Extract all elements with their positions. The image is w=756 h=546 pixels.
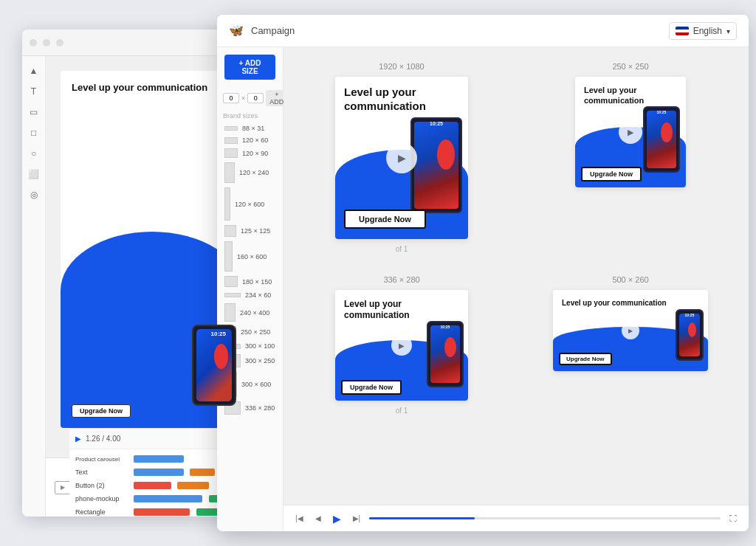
size-thumb-9	[224, 303, 236, 322]
main-editor-window: 🦋 Campaign English + ADD SIZE × + ADD Br…	[217, 15, 749, 531]
layer-name-1: Product carousel	[75, 456, 127, 463]
tl-time: 1.26 / 4.00	[86, 435, 120, 443]
ad-cell-1: 250 × 250 Level up your communication	[527, 62, 734, 253]
size-width-input[interactable]	[223, 93, 239, 103]
app-logo-icon: 🦋	[229, 24, 244, 38]
cta-btn-0[interactable]: Upgrade Now	[344, 210, 426, 229]
bg-phone-mockup: 10:25	[192, 325, 236, 406]
brand-sizes-label: Brand sizes	[217, 109, 283, 122]
layer-bar-3	[134, 482, 171, 489]
back-btn[interactable]: ◀	[312, 513, 324, 524]
bg-phone-screen	[196, 329, 232, 401]
size-item-2[interactable]: 120 × 90	[219, 146, 281, 160]
layer-name-3: Button (2)	[75, 482, 127, 489]
size-label-11: 300 × 100	[245, 342, 275, 350]
play-circle-1[interactable]: ▶	[619, 120, 642, 144]
size-height-input[interactable]	[247, 93, 264, 103]
size-item-6[interactable]: 160 × 600	[219, 239, 281, 274]
forward-btn[interactable]: ▶|	[350, 513, 364, 524]
page-indicator-0: of 1	[396, 245, 408, 253]
rss-tool-icon[interactable]: ◎	[27, 187, 41, 202]
ad-phone-2: 10:25	[427, 321, 464, 387]
ad-card-1[interactable]: Level up your communication 10:25	[575, 77, 686, 187]
layer-name-4: phone-mockup	[75, 495, 127, 502]
ad-size-label-1: 250 × 250	[612, 62, 648, 71]
ad-size-label-3: 500 × 260	[612, 275, 648, 284]
main-editor-body: + ADD SIZE × + ADD Brand sizes 88 × 31 1…	[217, 47, 749, 531]
size-item-5[interactable]: 125 × 125	[219, 223, 281, 239]
cta-btn-2[interactable]: Upgrade Now	[341, 380, 402, 395]
language-selector[interactable]: English	[669, 22, 737, 40]
timeline-scrubber[interactable]	[369, 517, 721, 519]
ad-card-0[interactable]: Level up your communication 10:25	[335, 77, 468, 239]
text-tool-icon[interactable]: T	[27, 84, 41, 99]
bg-cta-button[interactable]: Upgrade Now	[72, 404, 131, 418]
size-label-1: 120 × 60	[242, 136, 268, 144]
ad-text-2: Level up your communication	[344, 299, 468, 321]
size-label-2: 120 × 90	[242, 150, 268, 157]
layer-name-5: Rectangle	[75, 508, 127, 516]
bg-ad-headline: Level up your communication	[72, 82, 207, 94]
cta-btn-3[interactable]: Upgrade Now	[559, 353, 612, 365]
playback-bar: |◀ ◀ ▶ ▶| ⛶	[284, 505, 749, 531]
size-item-4[interactable]: 120 × 600	[219, 185, 281, 223]
play-circle-0[interactable]: ▶	[386, 142, 417, 173]
prev-frame-btn[interactable]: |◀	[292, 513, 306, 524]
size-label-14: 336 × 280	[245, 404, 275, 412]
ad-card-2[interactable]: Level up your communication 10:25	[335, 290, 468, 401]
monitor-tool-icon[interactable]: ▭	[27, 105, 41, 120]
ad-inner-0: Level up your communication 10:25	[335, 77, 468, 239]
ad-phone-3: 10:25	[676, 309, 704, 361]
phone-bg-3	[679, 314, 700, 356]
size-label-8: 234 × 60	[245, 291, 271, 299]
tl-play-btn[interactable]: ▶	[75, 435, 81, 443]
flag-icon	[676, 27, 689, 35]
cta-btn-1[interactable]: Upgrade Now	[581, 167, 642, 182]
size-separator: ×	[241, 94, 245, 102]
ad-text-1: Level up your communication	[584, 86, 686, 106]
size-thumb-6	[224, 241, 233, 272]
size-thumb-2	[224, 148, 238, 158]
bg-time: 10:25	[211, 331, 226, 337]
size-label-12: 300 × 250	[245, 357, 275, 364]
main-header: 🦋 Campaign English	[217, 15, 749, 47]
play-circle-3[interactable]: ▶	[622, 322, 639, 339]
ad-phone-screen-2	[430, 325, 460, 383]
cursor-tool-icon[interactable]: ▲	[27, 63, 41, 78]
bg-ad-preview: Level up your communication 10:25 ▶ Upgr…	[61, 71, 244, 428]
layer-bar-2b	[190, 469, 215, 476]
chevron-down-icon	[726, 26, 730, 36]
ad-phone-1: 10:25	[643, 106, 680, 173]
play-pause-btn[interactable]: ▶	[330, 511, 344, 526]
size-item-8[interactable]: 234 × 60	[219, 289, 281, 301]
phone-bg-2	[430, 325, 460, 383]
rect-tool-icon[interactable]: □	[27, 125, 41, 140]
size-label-7: 180 × 150	[242, 278, 272, 286]
phone-bg-0	[414, 122, 458, 209]
circle-tool-icon[interactable]: ○	[27, 146, 41, 161]
ad-phone-0: 10:25	[410, 117, 462, 213]
ad-size-label-2: 336 × 280	[383, 275, 419, 284]
size-item-1[interactable]: 120 × 60	[219, 134, 281, 146]
size-label-10: 250 × 250	[241, 328, 270, 336]
video-icon: ▶	[55, 481, 71, 494]
ad-card-3[interactable]: Level up your communication 10:25	[553, 290, 708, 371]
size-item-0[interactable]: 88 × 31	[219, 122, 281, 134]
ad-headline-1: Level up your communication	[584, 86, 686, 106]
size-label-9: 240 × 400	[240, 309, 269, 317]
ad-headline-3: Level up your communication	[562, 299, 667, 308]
language-label: English	[693, 26, 722, 36]
bg-red-blob	[214, 344, 228, 369]
toolbar-dot-2	[43, 39, 50, 46]
fullscreen-btn[interactable]: ⛶	[726, 513, 740, 524]
image-tool-icon[interactable]: ⬜	[27, 167, 41, 182]
size-label-3: 120 × 240	[239, 169, 269, 176]
play-circle-2[interactable]: ▶	[391, 335, 412, 356]
size-item-3[interactable]: 120 × 240	[219, 160, 281, 185]
size-item-9[interactable]: 240 × 400	[219, 301, 281, 324]
page-indicator-2: of 1	[396, 407, 408, 415]
ad-text-0: Level up your communication	[344, 86, 468, 114]
size-item-7[interactable]: 180 × 150	[219, 274, 281, 289]
add-size-button[interactable]: + ADD SIZE	[224, 55, 275, 80]
size-panel: + ADD SIZE × + ADD Brand sizes 88 × 31 1…	[217, 47, 284, 531]
